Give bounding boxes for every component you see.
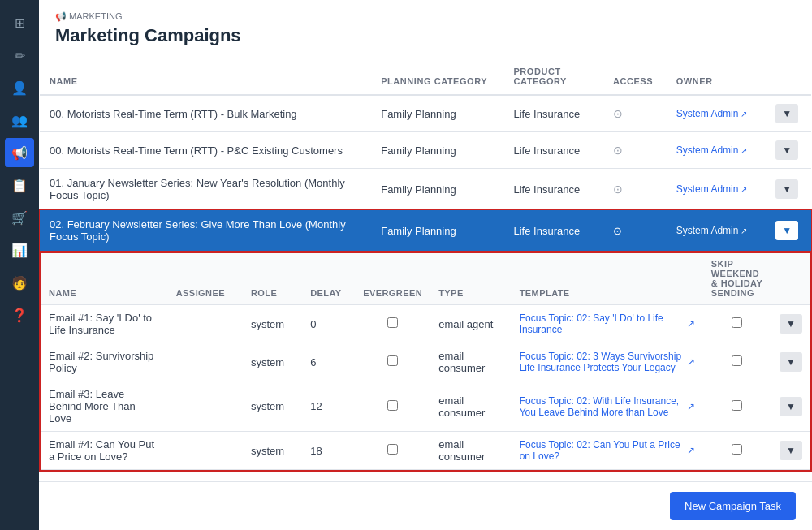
sidebar-item-user[interactable]: 👤 [5,73,34,102]
task-name: Email #4: Can You Put a Price on Love? [41,432,168,470]
campaigns-table-header-row: NAME PLANNING CATEGORY PRODUCT CATEGORY … [40,58,811,95]
external-link-icon: ↗ [741,146,747,155]
task-evergreen-checkbox[interactable] [387,400,398,411]
campaign-access: ⊙ [603,210,667,252]
breadcrumb-icon: 📢 [55,11,67,21]
sidebar-item-help[interactable]: ❓ [5,300,34,330]
table-row-selected[interactable]: 02. February Newsletter Series: Give Mor… [40,210,811,252]
campaign-dropdown-button[interactable]: ▼ [775,221,798,240]
campaign-access: ⊙ [603,169,667,210]
task-name: Email #3: Leave Behind More Than Love [41,381,168,432]
campaign-planning: Family Planning [371,132,503,169]
task-col-assignee: ASSIGNEE [168,252,243,305]
task-col-type: TYPE [430,252,511,305]
col-header-planning: PLANNING CATEGORY [371,58,503,95]
sidebar-item-edit[interactable]: ✏ [5,41,34,70]
sidebar-item-person[interactable]: 🧑 [5,268,34,297]
task-evergreen-checkbox[interactable] [387,317,398,328]
campaign-name: 01. January Newsletter Series: New Year'… [40,169,371,210]
task-col-actions [771,252,810,305]
lock-icon: ⊙ [613,107,623,120]
list-item[interactable]: Email #3: Leave Behind More Than Love sy… [41,381,810,432]
task-evergreen-cell [355,381,430,432]
task-template-link[interactable]: Focus Topic: 02: 3 Ways Survivorship Lif… [520,351,695,373]
task-actions: ▼ [771,305,810,343]
task-dropdown-button[interactable]: ▼ [780,397,802,416]
task-evergreen-checkbox[interactable] [387,355,398,366]
header: 📢 MARKETING Marketing Campaigns [39,0,812,58]
sidebar-item-cart[interactable]: 🛒 [5,203,34,232]
task-skip-cell [703,305,771,343]
campaign-owner: System Admin ↗ [667,95,766,132]
task-assignee [168,432,243,470]
page-title: Marketing Campaigns [55,25,796,46]
tasks-table: NAME ASSIGNEE ROLE DELAY EVERGREEN TYPE … [41,252,810,470]
task-skip-checkbox[interactable] [732,444,742,455]
campaign-product: Life Insurance [503,95,603,132]
sidebar: ⊞ ✏ 👤 👥 📢 📋 🛒 📊 🧑 ❓ [0,0,39,530]
task-evergreen-checkbox[interactable] [387,444,398,455]
task-evergreen-cell [355,343,430,381]
main-content: 📢 MARKETING Marketing Campaigns NAME PLA… [39,0,812,530]
tasks-row: NAME ASSIGNEE ROLE DELAY EVERGREEN TYPE … [40,252,811,471]
col-header-owner: OWNER [667,58,766,95]
sidebar-item-home[interactable]: ⊞ [5,8,34,37]
campaign-name: 02. February Newsletter Series: Give Mor… [40,210,371,252]
campaign-owner: System Admin ↗ [667,169,766,210]
task-skip-checkbox[interactable] [732,355,742,366]
task-template-link[interactable]: Focus Topic: 02: Say 'I Do' to Life Insu… [520,312,695,335]
sidebar-item-chart[interactable]: 📊 [5,235,34,265]
campaign-dropdown-button[interactable]: ▼ [775,140,798,160]
task-skip-cell [703,432,771,470]
task-dropdown-button[interactable]: ▼ [780,441,802,460]
task-skip-checkbox[interactable] [732,317,742,328]
table-row[interactable]: 01. January Newsletter Series: New Year'… [40,169,811,210]
new-campaign-task-button[interactable]: New Campaign Task [670,492,796,520]
table-row[interactable]: 00. Motorists Real-Time Term (RTT) - Bul… [40,95,811,132]
campaign-dropdown-button[interactable]: ▼ [775,179,798,199]
task-actions: ▼ [771,381,810,432]
task-col-name: NAME [41,252,168,305]
external-link-icon: ↗ [687,445,695,456]
task-dropdown-button[interactable]: ▼ [780,314,802,334]
campaign-dropdown-button[interactable]: ▼ [775,104,798,123]
task-assignee [168,305,243,343]
campaign-name: 00. Motorists Real-Time Term (RTT) - Bul… [40,95,371,132]
task-template-link[interactable]: Focus Topic: 02: Can You Put a Price on … [520,439,695,462]
task-skip-cell [703,381,771,432]
campaign-planning: Family Planning [371,169,503,210]
owner-link[interactable]: System Admin ↗ [676,108,756,119]
campaign-access: ⊙ [603,95,667,132]
table-row[interactable]: 00. Motorists Real-Time Term (RTT) - P&C… [40,132,811,169]
task-evergreen-cell [355,432,430,470]
owner-link[interactable]: System Admin ↗ [676,144,756,156]
list-item[interactable]: Email #4: Can You Put a Price on Love? s… [41,432,810,470]
tasks-header-row: NAME ASSIGNEE ROLE DELAY EVERGREEN TYPE … [41,252,810,305]
sidebar-item-campaign[interactable]: 📢 [5,138,34,167]
task-template: Focus Topic: 02: Can You Put a Price on … [512,432,703,470]
task-skip-cell [703,343,771,381]
external-link-icon: ↗ [741,226,747,235]
campaign-actions: ▼ [766,95,811,132]
task-delay: 12 [302,381,355,432]
task-delay: 6 [302,343,355,381]
owner-link[interactable]: System Admin ↗ [676,183,756,195]
bottom-bar: New Campaign Task [39,481,812,530]
sidebar-item-users[interactable]: 👥 [5,106,34,135]
task-role: system [243,305,302,343]
sidebar-item-docs[interactable]: 📋 [5,170,34,200]
task-template-link[interactable]: Focus Topic: 02: With Life Insurance, Yo… [520,395,695,418]
task-skip-checkbox[interactable] [732,400,742,411]
campaign-product: Life Insurance [503,169,603,210]
list-item[interactable]: Email #2: Survivorship Policy system 6 e… [41,343,810,381]
campaigns-table: NAME PLANNING CATEGORY PRODUCT CATEGORY … [39,58,812,472]
task-type: email consumer [430,381,511,432]
task-dropdown-button[interactable]: ▼ [780,352,802,372]
campaign-actions: ▼ [766,210,811,252]
owner-link[interactable]: System Admin ↗ [676,225,756,236]
task-assignee [168,381,243,432]
list-item[interactable]: Email #1: Say 'I Do' to Life Insurance s… [41,305,810,343]
campaigns-table-container: NAME PLANNING CATEGORY PRODUCT CATEGORY … [39,58,812,481]
task-delay: 18 [302,432,355,470]
col-header-actions [766,58,811,95]
